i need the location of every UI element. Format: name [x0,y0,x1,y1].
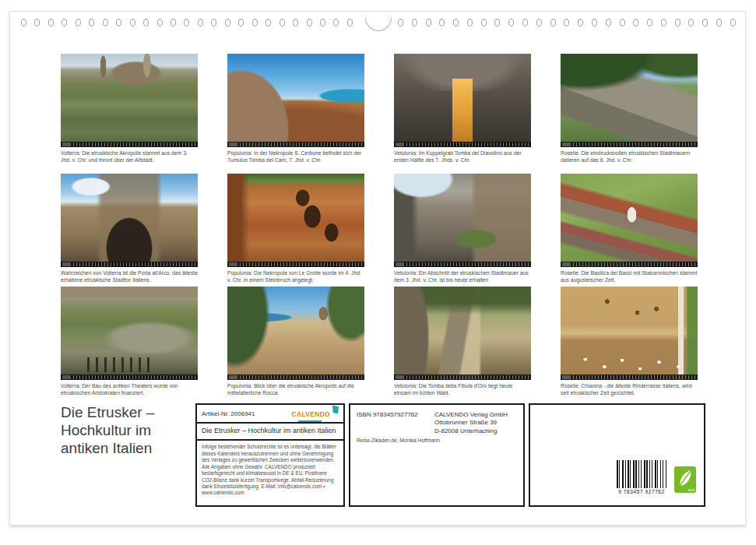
article-number: Artikel-Nr. 2006941 [202,410,255,417]
binding-hole [171,19,176,26]
binding-hole [688,19,694,26]
binding-hole [320,19,325,26]
mini-calendar-strip [394,262,531,267]
binding-hole [426,19,431,26]
binding-hole [606,19,611,26]
photo-caption: Vetulonia: Ein Abschnitt der etruskische… [394,270,531,284]
photo-caption: Populonia: Die Nekropole von Le Grotte w… [227,270,364,284]
binding-hole [633,19,638,26]
month-preview-cell: Wahrzeichen von Volterra ist die Porta a… [61,174,198,284]
photo-populonia-tumulus [227,54,364,147]
photo-populonia-akropolis-blick [227,287,364,380]
photo-roselle-basilica [561,174,698,267]
hanger-notch [365,18,392,31]
photo-volterra-porta-allarco [61,174,198,267]
binding-hole [661,19,666,26]
photo-vetulonia-kuppelgrab [394,54,531,147]
binding-hole [347,19,353,26]
binding-hole [184,19,189,26]
binding-hole [675,19,680,26]
photo-caption: Vetulonia: Die Tomba della Fibula d'Oro … [394,383,531,397]
binding-hole [467,19,473,26]
product-title: Die Etrusker – Hochkultur im antiken Ita… [197,424,343,441]
eco-badge: eco [674,466,696,493]
calendar-title-line: antiken Italien [61,440,154,458]
legal-text: Infolge bestehender Schutzrechte ist es … [197,441,343,500]
month-preview-cell: Vetulonia: Im Kuppelgrab Tomba del Diavo… [394,54,531,164]
publisher-box: ISBN 9783457927762 CALVENDO Verlag GmbH … [349,403,525,507]
binding-hole [508,19,514,26]
binding-hole [702,19,708,26]
binding-hole [103,19,108,26]
binding-hole [76,19,81,26]
calvendo-logo-tagline [298,420,322,422]
binding-hole [34,19,40,26]
binding-hole [48,19,54,26]
binding-hole [198,19,203,26]
mini-calendar-strip [61,142,198,147]
publisher-line: D-82008 Unterhaching [434,427,508,435]
month-preview-cell: Populonia: In der Nekropole S. Cerbone b… [227,54,364,164]
spiral-binding-holes-right [398,19,736,26]
month-preview-cell: Populonia: Blick über die etruskische Ak… [227,287,364,397]
binding-hole [453,19,459,26]
barcode-bars [617,460,666,488]
calendar-title: Die Etrusker – Hochkultur im antiken Ita… [61,404,154,457]
photo-caption: Roselle: Die Basilica dei Bassi mit Stat… [561,270,698,284]
binding-hole [293,19,298,26]
photo-populonia-le-grotte [227,174,364,267]
author-credit: Reise-Zikaden.de, Monika Hoffmann [357,438,440,443]
binding-hole [265,19,271,26]
binding-hole [89,19,94,26]
binding-hole [647,19,652,26]
photo-caption: Roselle: Chianina - die älteste Rinderra… [561,383,698,397]
binding-hole [116,19,121,26]
photo-roselle-stadtmauern [561,54,698,147]
month-preview-cell: Populonia: Die Nekropole von Le Grotte w… [227,174,364,284]
mini-calendar-strip [61,262,198,267]
photo-vetulonia-tomba-fibula [394,287,531,380]
barcode-box: 9 783457 927762 eco [529,403,705,507]
binding-hole [225,19,230,26]
photo-caption: Volterra: Die etruskische Akropolis stam… [61,150,198,164]
binding-hole [439,19,445,26]
binding-hole [398,19,403,26]
binding-hole [494,19,500,26]
binding-hole [211,19,216,26]
leaf-icon [677,468,694,490]
mini-calendar-strip [227,262,364,267]
month-preview-cell: Roselle: Die Basilica dei Bassi mit Stat… [561,174,698,284]
photo-roselle-chianina [561,287,698,380]
photo-caption: Populonia: In der Nekropole S. Cerbone b… [227,150,364,164]
mini-calendar-strip [227,142,364,147]
binding-hole [62,19,67,26]
month-preview-cell: Roselle: Die eindrucksvollen etruskische… [561,54,698,164]
publisher-address: CALVENDO Verlag GmbH Ottobrunner Straße … [434,411,508,435]
binding-hole [307,19,312,26]
photo-caption: Vetulonia: Im Kuppelgrab Tomba del Diavo… [394,150,531,164]
month-preview-cell: Roselle: Chianina - die älteste Rinderra… [561,287,698,397]
photo-volterra-akropolis [61,54,198,147]
product-info-box: Artikel-Nr. 2006941 CALVENDO Die Etruske… [195,403,345,507]
binding-hole [130,19,135,26]
binding-hole [143,19,149,26]
binding-hole [620,19,625,26]
mini-calendar-strip [561,374,698,380]
mini-calendar-strip [561,142,698,147]
photo-caption: Populonia: Blick über die etruskische Ak… [227,383,364,397]
calendar-back-page-screenshot: Volterra: Die etruskische Akropolis stam… [0,0,756,545]
binding-hole [522,19,528,26]
photo-volterra-theater [61,287,198,380]
binding-hole [592,19,597,26]
eco-badge-label: eco [687,487,694,492]
binding-hole [481,19,487,26]
calvendo-logo: CALVENDO [292,406,339,422]
publisher-line: Ottobrunner Straße 39 [434,419,508,427]
mini-calendar-strip [227,374,364,380]
spiral-binding-holes-left [21,19,353,26]
mini-calendar-strip [394,374,531,380]
isbn-text: ISBN 9783457927762 [357,411,418,418]
month-preview-cell: Volterra: Der Bau des antiken Theaters w… [61,287,198,397]
calendar-title-line: Hochkultur im [61,422,154,440]
photo-caption: Volterra: Der Bau des antiken Theaters w… [61,383,198,397]
